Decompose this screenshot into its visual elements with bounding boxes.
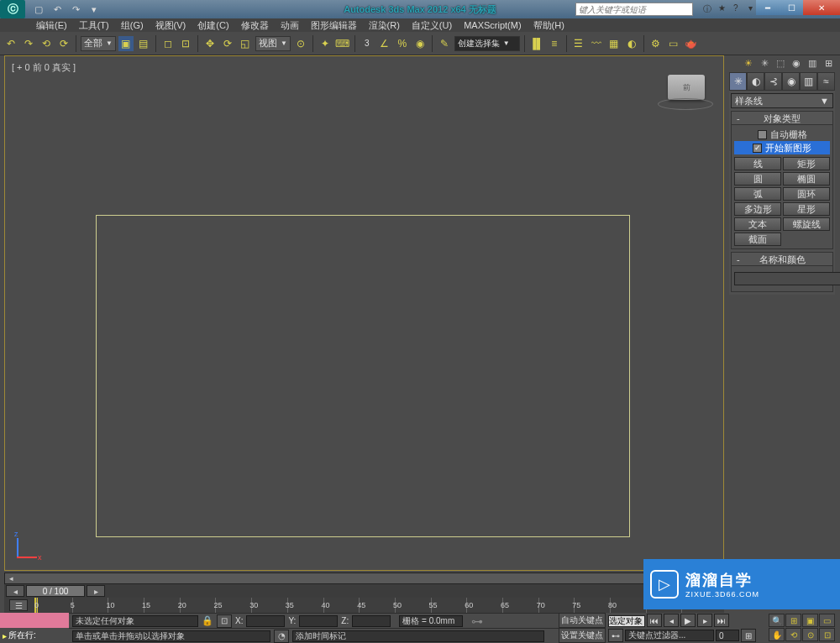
scale-icon[interactable]: ◱ [238, 36, 253, 51]
qat-new-icon[interactable]: ▢ [32, 3, 45, 16]
rendered-frame-icon[interactable]: ▭ [666, 36, 681, 51]
tab-modify[interactable]: ◐ [747, 72, 764, 91]
current-frame-field[interactable]: 0 [716, 630, 739, 641]
auto-key-button[interactable]: 自动关键点 [559, 613, 606, 628]
zoom-ext-icon[interactable]: ▣ [802, 614, 818, 627]
menu-modifiers[interactable]: 修改器 [235, 19, 275, 32]
help-search-input[interactable] [575, 3, 693, 16]
viewport[interactable]: [ + 0 前 0 真实 ] 前 z x [4, 55, 724, 571]
minimize-button[interactable]: ━ [756, 0, 780, 15]
btn-donut[interactable]: 圆环 [783, 187, 830, 201]
keymode-dropdown[interactable] [608, 615, 645, 627]
object-name-input[interactable] [734, 272, 840, 285]
x-field[interactable] [246, 615, 285, 627]
menu-create[interactable]: 创建(C) [192, 19, 234, 32]
close-button[interactable]: ✕ [803, 0, 840, 15]
time-slider-knob[interactable]: 0 / 100 [26, 585, 85, 597]
select-object-icon[interactable]: ▣ [118, 36, 134, 51]
qat-drop-icon[interactable]: ▾ [87, 3, 101, 16]
set-key-button[interactable]: 设置关键点 [559, 628, 606, 643]
menu-animation[interactable]: 动画 [275, 19, 305, 32]
app-icon[interactable]: ⓒ [0, 0, 25, 18]
lock-icon[interactable]: 🔒 [202, 615, 213, 627]
star-icon[interactable]: ★ [718, 3, 730, 15]
btn-ellipse[interactable]: 椭圆 [783, 172, 830, 186]
c-icon[interactable]: ▥ [806, 56, 819, 70]
viewport-label[interactable]: [ + 0 前 0 真实 ] [12, 61, 76, 74]
rollout-object-type[interactable]: 对象类型 [732, 112, 832, 125]
snap-2d-icon[interactable]: 3 [360, 36, 375, 51]
named-selection-dropdown[interactable]: 创建选择集▼ [454, 36, 520, 51]
time-config-icon[interactable]: ⊞ [741, 629, 756, 642]
align-icon[interactable]: ≡ [547, 36, 562, 51]
mirror-icon[interactable]: ▐▌ [529, 36, 544, 51]
rectangle-shape[interactable] [96, 215, 630, 537]
script-mini-listener[interactable] [0, 613, 69, 628]
spinner-snap-icon[interactable]: ◉ [412, 36, 428, 51]
d-icon[interactable]: ⊞ [822, 56, 835, 70]
compass-icon[interactable]: ✳ [758, 56, 771, 70]
btn-ngon[interactable]: 多边形 [734, 202, 781, 216]
pan-icon[interactable]: ✋ [769, 628, 785, 641]
infocenter-icon[interactable]: ⓘ [703, 3, 715, 15]
goto-start-icon[interactable]: ⏮ [647, 614, 662, 627]
menu-customize[interactable]: 自定义(U) [406, 19, 458, 32]
rollout-name-color[interactable]: 名称和颜色 [732, 253, 832, 266]
rotate-icon[interactable]: ⟳ [220, 36, 235, 51]
menu-rendering[interactable]: 渲染(R) [363, 19, 406, 32]
zoom-icon[interactable]: 🔍 [769, 614, 785, 627]
tab-hierarchy[interactable]: ⊰ [764, 72, 782, 91]
time-next-icon[interactable]: ▸ [87, 585, 105, 597]
walk-icon[interactable]: ⊙ [802, 628, 818, 641]
key-icon[interactable]: ⊶ [471, 614, 483, 628]
fov-icon[interactable]: ▭ [819, 614, 835, 627]
refcoord-dropdown[interactable]: 视图▼ [255, 36, 291, 51]
z-field[interactable] [352, 615, 391, 627]
qat-undo-icon[interactable]: ↶ [50, 3, 64, 16]
keymode-icon[interactable]: ⌨ [335, 36, 350, 51]
menu-views[interactable]: 视图(V) [150, 19, 192, 32]
viewport-hscroll[interactable]: ◂▸ [4, 572, 724, 584]
edit-named-icon[interactable]: ✎ [437, 36, 452, 51]
render-setup-icon[interactable]: ⚙ [648, 36, 664, 51]
btn-rectangle[interactable]: 矩形 [783, 157, 830, 170]
btn-arc[interactable]: 弧 [734, 187, 781, 201]
tab-create[interactable]: ✳ [729, 72, 747, 91]
render-icon[interactable]: 🫖 [684, 36, 699, 51]
material-editor-icon[interactable]: ◐ [624, 36, 639, 51]
maximize-button[interactable]: ☐ [780, 0, 803, 15]
btn-text[interactable]: 文本 [734, 217, 781, 231]
script-run-icon[interactable]: ▸ [3, 631, 7, 640]
angle-snap-icon[interactable]: ∠ [377, 36, 392, 51]
time-prev-icon[interactable]: ◂ [6, 585, 24, 597]
rect-region-icon[interactable]: ◻ [160, 36, 176, 51]
window-crossing-icon[interactable]: ⊡ [178, 36, 193, 51]
btn-star[interactable]: 星形 [783, 202, 830, 216]
unlink-icon[interactable]: ⟳ [56, 36, 71, 51]
category-dropdown[interactable]: 样条线▼ [731, 93, 833, 108]
autogrid-checkbox[interactable] [758, 130, 767, 139]
light-icon[interactable]: ☀ [742, 56, 755, 70]
goto-end-icon[interactable]: ⏭ [714, 614, 729, 627]
move-icon[interactable]: ✥ [202, 36, 218, 51]
schematic-icon[interactable]: ▦ [606, 36, 622, 51]
zoom-all-icon[interactable]: ⊞ [785, 614, 801, 627]
iso-icon[interactable]: ⊡ [217, 614, 232, 628]
a-icon[interactable]: ⬚ [774, 56, 787, 70]
tab-motion[interactable]: ◉ [782, 72, 800, 91]
undo-icon[interactable]: ↶ [3, 36, 18, 51]
btn-section[interactable]: 截面 [734, 233, 781, 246]
time-tag-field[interactable]: 添加时间标记 [292, 630, 544, 642]
menu-group[interactable]: 组(G) [115, 19, 150, 32]
manip-icon[interactable]: ✦ [318, 36, 333, 51]
next-frame-icon[interactable]: ▸ [697, 614, 712, 627]
selection-filter-dropdown[interactable]: 全部▼ [81, 36, 116, 51]
prev-frame-icon[interactable]: ◂ [664, 614, 679, 627]
key-toggle-icon[interactable]: ⊷ [608, 629, 623, 642]
btn-helix[interactable]: 螺旋线 [783, 217, 830, 231]
menu-edit[interactable]: 编辑(E) [30, 19, 73, 32]
select-name-icon[interactable]: ▤ [136, 36, 151, 51]
percent-snap-icon[interactable]: % [395, 36, 410, 51]
y-field[interactable] [299, 615, 338, 627]
track-bar[interactable]: ☰ 051015202530354045505560657075808590 [4, 598, 724, 613]
